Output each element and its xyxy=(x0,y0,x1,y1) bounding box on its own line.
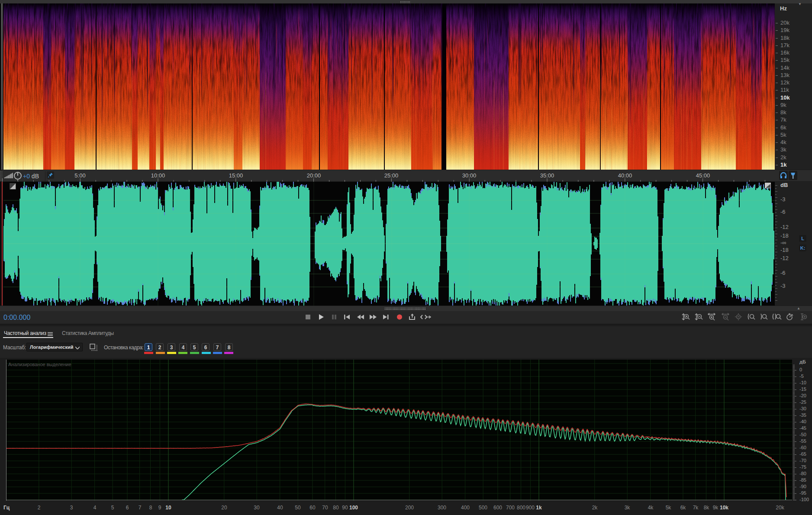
svg-text:Анализированое выделение: Анализированое выделение xyxy=(8,362,71,367)
